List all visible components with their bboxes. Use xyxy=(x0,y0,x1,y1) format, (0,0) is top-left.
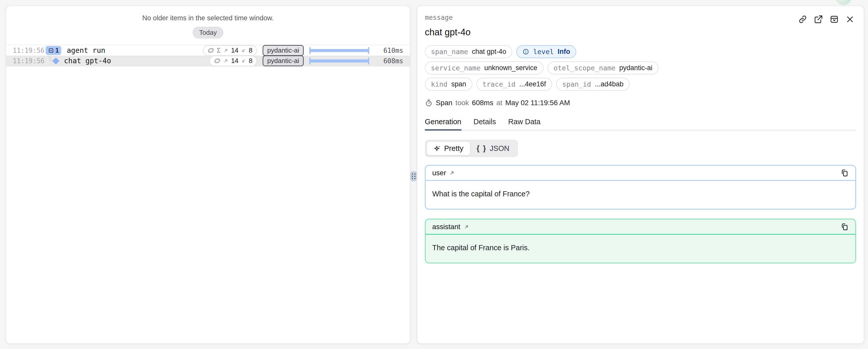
today-button[interactable]: Today xyxy=(192,27,223,39)
avatar-orb xyxy=(836,0,851,5)
sparkles-icon xyxy=(433,145,441,152)
span-kind-label: message xyxy=(425,6,856,21)
timing-label: Span xyxy=(436,99,452,107)
message-text: The capital of France is Paris. xyxy=(426,235,855,263)
open-attribute-icon[interactable] xyxy=(464,224,469,230)
span-duration: 608ms xyxy=(375,57,403,65)
message-role: assistant xyxy=(432,223,460,231)
today-wrap: Today xyxy=(6,27,410,39)
tag-kind[interactable]: kind span xyxy=(425,78,472,91)
empty-notice: No older items in the selected time wind… xyxy=(6,6,410,22)
collapse-count: 1 xyxy=(55,47,59,54)
arrow-up-right-icon xyxy=(223,48,228,53)
input-tokens: 14 xyxy=(231,46,239,54)
token-usage-pill: Σ 14 8 xyxy=(203,45,257,56)
span-duration: 610ms xyxy=(375,47,403,54)
app-screen: No older items in the selected time wind… xyxy=(0,0,868,349)
message-card-header: assistant xyxy=(426,219,855,235)
sigma-total-label: Σ xyxy=(217,47,221,54)
message-role: user xyxy=(432,169,446,177)
info-icon xyxy=(522,48,529,55)
span-name: agent run xyxy=(67,46,105,55)
message-text: What is the capital of France? xyxy=(426,181,855,209)
message-card-header: user xyxy=(426,166,855,181)
detail-tabs: Generation Details Raw Data xyxy=(425,118,856,131)
open-attribute-icon[interactable] xyxy=(449,170,455,176)
trace-rows: 11:19:56 1 agent run xyxy=(6,45,410,67)
grip-dots-icon xyxy=(412,173,415,179)
tag-trace-id[interactable]: trace_id ...4ee16f xyxy=(476,78,552,91)
message-card-user: user What is the capital of France? xyxy=(425,165,856,210)
view-mode-toggle: Pretty { } JSON xyxy=(425,140,518,157)
trace-row-chat-gpt-4o[interactable]: 11:19:56 chat gpt-4o xyxy=(6,56,410,67)
tab-raw-data[interactable]: Raw Data xyxy=(508,118,540,130)
tag-span-id[interactable]: span_id ...ad4bab xyxy=(556,78,629,91)
close-icon[interactable] xyxy=(845,15,855,24)
arrow-down-left-icon xyxy=(241,58,246,64)
copy-icon[interactable] xyxy=(840,223,849,231)
tag-span-name[interactable]: span_name chat gpt-4o xyxy=(425,45,512,58)
arrow-up-right-icon xyxy=(223,58,228,64)
timing-duration: 608ms xyxy=(472,99,493,107)
message-card-assistant: assistant The capital of France is Paris… xyxy=(425,219,856,263)
row-timestamp: 11:19:56 xyxy=(13,57,43,65)
output-tokens: 8 xyxy=(249,46,252,54)
json-toggle[interactable]: { } JSON xyxy=(470,142,516,155)
open-in-new-icon[interactable] xyxy=(814,15,823,24)
tag-service-name[interactable]: service_name unknown_service xyxy=(425,61,544,74)
input-tokens: 14 xyxy=(231,57,239,65)
tag-otel-scope-name[interactable]: otel_scope_name pydantic-ai xyxy=(548,61,658,74)
token-coin-icon xyxy=(208,47,214,54)
stopwatch-icon xyxy=(425,99,433,107)
timing-timestamp: May 02 11:19:56 AM xyxy=(505,99,570,107)
copy-icon[interactable] xyxy=(840,169,849,177)
tab-details[interactable]: Details xyxy=(474,118,496,130)
detail-header-actions xyxy=(798,15,855,24)
scope-tag[interactable]: pydantic-ai xyxy=(262,55,304,66)
tab-generation[interactable]: Generation xyxy=(425,118,461,130)
copy-link-icon[interactable] xyxy=(798,15,807,24)
token-coin-icon xyxy=(214,57,221,64)
panel-resize-handle[interactable] xyxy=(410,171,417,181)
collapse-panel-icon[interactable] xyxy=(830,15,839,24)
output-tokens: 8 xyxy=(249,57,252,65)
arrow-down-left-icon xyxy=(241,48,246,53)
trace-row-agent-run[interactable]: 11:19:56 1 agent run xyxy=(6,45,410,56)
span-duration-bar xyxy=(309,56,369,66)
scope-tag[interactable]: pydantic-ai xyxy=(262,45,304,56)
tag-level[interactable]: level Info xyxy=(516,45,576,58)
span-name: chat gpt-4o xyxy=(64,57,111,65)
pretty-toggle[interactable]: Pretty xyxy=(427,142,470,155)
span-detail-panel: message chat gpt-4o span_name chat gpt-4… xyxy=(417,6,864,344)
row-timestamp: 11:19:56 xyxy=(13,47,43,54)
braces-icon: { } xyxy=(477,144,487,153)
token-usage-pill: 14 8 xyxy=(209,56,257,66)
span-duration-bar xyxy=(309,45,369,56)
trace-list-panel: No older items in the selected time wind… xyxy=(6,6,410,344)
span-timing-line: Span took 608ms at May 02 11:19:56 AM xyxy=(425,99,856,107)
page-title: chat gpt-4o xyxy=(425,27,856,38)
